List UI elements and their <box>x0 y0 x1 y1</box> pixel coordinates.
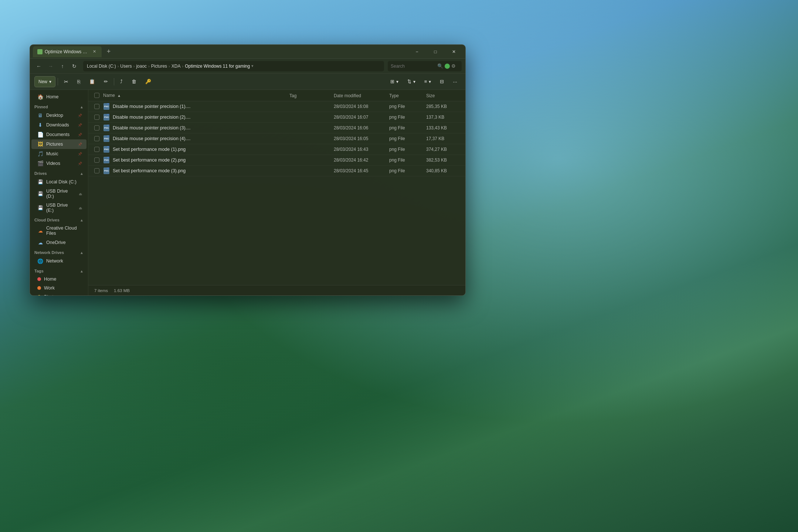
png-file-icon: PNG <box>103 114 109 121</box>
cloud-section-header[interactable]: Cloud Drives ▲ <box>30 215 88 224</box>
sidebar-item-documents[interactable]: 📄 Documents 📌 <box>31 130 86 139</box>
table-row[interactable]: PNG Set best performance mode (3).png 28… <box>88 166 465 176</box>
properties-button[interactable]: 🔑 <box>142 76 155 87</box>
file-list-header: Name ▲ Tag Date modified Type Size <box>88 90 465 101</box>
details-pane-button[interactable]: ⊟ <box>436 76 448 87</box>
breadcrumb-joaoc[interactable]: joaoc <box>136 64 147 69</box>
file-checkbox[interactable] <box>94 115 99 120</box>
network-section-header[interactable]: Network Drives ▲ <box>30 247 88 256</box>
view-toggle-button[interactable]: ≡ ▾ <box>421 76 435 87</box>
sort-button[interactable]: ⇅ ▾ <box>404 76 419 87</box>
sidebar-item-usb-d[interactable]: 💾 USB Drive (D:) ⏏ <box>31 187 86 201</box>
music-label: Music <box>46 151 58 156</box>
main-content: 🏠 Home Pinned ▲ 🖥 Desktop 📌 ⬇ Downloads … <box>30 90 465 295</box>
pin-icon-documents: 📌 <box>78 133 82 137</box>
breadcrumb-bar[interactable]: Local Disk (C:) › Users › joaoc › Pictur… <box>83 61 384 71</box>
breadcrumb-dropdown[interactable]: ▾ <box>251 64 254 68</box>
rename-button[interactable]: ✏ <box>100 76 112 87</box>
table-row[interactable]: PNG Disable mouse pointer precision (1).… <box>88 101 465 112</box>
tag-column-header[interactable]: Tag <box>289 93 296 98</box>
file-date: 28/03/2024 16:05 <box>334 136 389 141</box>
row-checkbox-col <box>94 125 103 131</box>
toolbar: New ▾ ✂ ⎘ 📋 ✏ ⤴ 🗑 🔑 ⊞ ▾ <box>30 74 465 90</box>
breadcrumb-pictures[interactable]: Pictures <box>151 64 167 69</box>
file-name-cell: PNG Disable mouse pointer precision (1).… <box>103 103 289 110</box>
sidebar-item-videos[interactable]: 🎬 Videos 📌 <box>31 159 86 168</box>
share-button[interactable]: ⤴ <box>116 76 126 87</box>
view-filter-button[interactable]: ⊞ ▾ <box>387 76 402 87</box>
table-row[interactable]: PNG Disable mouse pointer precision (4).… <box>88 133 465 144</box>
breadcrumb-sep-4: › <box>169 64 170 68</box>
sidebar-item-tag-photos[interactable]: Photos <box>31 292 86 295</box>
select-all-checkbox[interactable] <box>94 93 99 98</box>
forward-icon: → <box>48 63 53 69</box>
sidebar-item-desktop[interactable]: 🖥 Desktop 📌 <box>31 111 86 120</box>
sidebar-item-network[interactable]: 🌐 Network <box>31 256 86 266</box>
file-checkbox[interactable] <box>94 157 99 163</box>
paste-button[interactable]: 📋 <box>85 76 99 87</box>
file-date: 28/03/2024 16:43 <box>334 147 389 152</box>
maximize-button[interactable]: □ <box>427 46 444 58</box>
tab-close-button[interactable]: ✕ <box>91 49 97 55</box>
sidebar-item-tag-work[interactable]: Work <box>31 284 86 292</box>
tags-section-header[interactable]: Tags ▲ <box>30 266 88 275</box>
new-button[interactable]: New ▾ <box>34 76 55 87</box>
type-column-header[interactable]: Type <box>389 93 399 98</box>
png-file-icon: PNG <box>103 103 109 110</box>
file-name: Disable mouse pointer precision (1).... <box>113 104 191 109</box>
table-row[interactable]: PNG Set best performance mode (2).png 28… <box>88 155 465 166</box>
search-bar[interactable]: 🔍 ⚙ <box>388 61 462 71</box>
pinned-section-header[interactable]: Pinned ▲ <box>30 102 88 111</box>
tag-work-dot <box>37 286 41 290</box>
sidebar-item-local-disk[interactable]: 💾 Local Disk (C:) <box>31 177 86 187</box>
refresh-button[interactable]: ↻ <box>69 61 79 71</box>
copy-button[interactable]: ⎘ <box>74 76 84 87</box>
cloud-collapse-icon: ▲ <box>80 218 84 222</box>
file-name-cell: PNG Set best performance mode (2).png <box>103 157 289 163</box>
sidebar-item-home[interactable]: 🏠 Home <box>31 92 86 102</box>
sidebar-item-tag-home[interactable]: Home <box>31 275 86 284</box>
file-checkbox[interactable] <box>94 125 99 131</box>
table-row[interactable]: PNG Disable mouse pointer precision (2).… <box>88 112 465 123</box>
sidebar-item-music[interactable]: 🎵 Music 📌 <box>31 149 86 159</box>
cloud-label: Cloud Drives <box>34 218 60 222</box>
up-icon: ↑ <box>61 63 64 69</box>
drives-section-header[interactable]: Drives ▲ <box>30 168 88 177</box>
close-button[interactable]: ✕ <box>445 46 462 58</box>
tag-home-label: Home <box>44 277 56 282</box>
more-options-button[interactable]: ··· <box>449 76 461 87</box>
file-checkbox[interactable] <box>94 104 99 109</box>
delete-button[interactable]: 🗑 <box>128 76 140 87</box>
settings-icon[interactable]: ⚙ <box>451 63 456 69</box>
forward-button[interactable]: → <box>45 61 56 71</box>
search-input[interactable] <box>391 64 435 69</box>
up-button[interactable]: ↑ <box>57 61 68 71</box>
sidebar-item-creative-cloud[interactable]: ☁ Creative Cloud Files <box>31 224 86 238</box>
breadcrumb-xda[interactable]: XDA <box>172 64 181 69</box>
new-tab-button[interactable]: + <box>104 47 113 57</box>
local-disk-icon: 💾 <box>37 179 43 185</box>
sort-arrow: ▾ <box>413 79 415 84</box>
breadcrumb-local-disk[interactable]: Local Disk (C:) <box>87 64 116 69</box>
file-checkbox[interactable] <box>94 168 99 173</box>
sidebar-item-downloads[interactable]: ⬇ Downloads 📌 <box>31 120 86 130</box>
properties-icon: 🔑 <box>145 79 151 84</box>
sidebar-item-onedrive[interactable]: ☁ OneDrive <box>31 238 86 247</box>
usb-d-icon: 💾 <box>37 191 43 197</box>
active-tab[interactable]: Optimize Windows 11 for gami ✕ <box>33 46 102 57</box>
sidebar-item-usb-e[interactable]: 💾 USB Drive (E:) ⏏ <box>31 201 86 215</box>
table-row[interactable]: PNG Set best performance mode (1).png 28… <box>88 144 465 155</box>
breadcrumb-users[interactable]: Users <box>120 64 132 69</box>
file-checkbox[interactable] <box>94 147 99 152</box>
search-icon[interactable]: 🔍 <box>437 63 443 69</box>
cut-button[interactable]: ✂ <box>60 76 72 87</box>
back-button[interactable]: ← <box>34 61 44 71</box>
file-checkbox[interactable] <box>94 136 99 141</box>
row-checkbox-col <box>94 136 103 141</box>
minimize-button[interactable]: − <box>408 46 425 58</box>
table-row[interactable]: PNG Disable mouse pointer precision (3).… <box>88 123 465 133</box>
sidebar-item-pictures[interactable]: 🖼 Pictures 📌 <box>31 139 86 149</box>
date-column-header[interactable]: Date modified <box>334 93 361 98</box>
size-column-header[interactable]: Size <box>426 93 435 98</box>
name-column-header[interactable]: Name ▲ <box>103 93 121 98</box>
